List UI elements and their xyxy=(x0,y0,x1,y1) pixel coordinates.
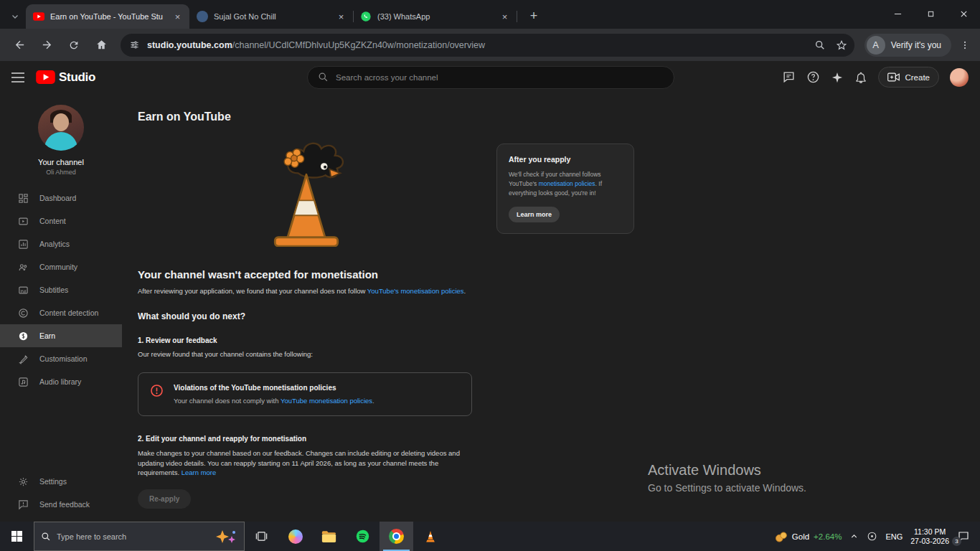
sidebar-item-community[interactable]: Community xyxy=(0,255,122,278)
action-center-button[interactable]: 3 xyxy=(957,530,973,543)
channel-box: Your channel Oli Ahmed xyxy=(0,105,122,176)
content-detection-icon xyxy=(18,308,29,319)
forward-button[interactable] xyxy=(35,34,58,57)
step2-title: 2. Edit your channel and reapply for mon… xyxy=(138,435,980,443)
tray-expand-chevron[interactable] xyxy=(849,532,859,541)
sidebar-item-analytics[interactable]: Analytics xyxy=(0,232,122,255)
after-reapply-card: After you reapply We'll check if your ch… xyxy=(496,143,634,234)
reapply-button[interactable]: Re-apply xyxy=(138,489,191,509)
card-body: We'll check if your channel follows YouT… xyxy=(509,170,622,198)
sidebar-item-earn[interactable]: Earn xyxy=(0,324,122,347)
back-button[interactable] xyxy=(8,34,31,57)
subtext-text: After reviewing your application, we fou… xyxy=(138,287,367,295)
file-explorer-button[interactable] xyxy=(312,522,346,551)
minimize-button[interactable] xyxy=(881,0,914,27)
sparkle-icon[interactable] xyxy=(831,71,844,84)
help-icon[interactable] xyxy=(806,70,820,84)
channel-avatar[interactable] xyxy=(38,105,84,151)
youtube-logo-icon xyxy=(36,70,55,84)
sidebar-item-label: Earn xyxy=(39,331,55,340)
create-button[interactable]: Create xyxy=(878,67,939,88)
sidebar-item-audio-library[interactable]: Audio library xyxy=(0,370,122,393)
address-bar[interactable]: studio.youtube.com/channel/UCdlCMfDhlvuU… xyxy=(121,34,854,57)
verify-profile-button[interactable]: A Verify it's you xyxy=(864,34,951,57)
chevron-down-icon xyxy=(11,12,19,21)
close-window-button[interactable] xyxy=(947,0,980,27)
violation-policies-link[interactable]: YouTube monetisation policies xyxy=(281,397,372,405)
sidebar-item-label: Community xyxy=(39,263,77,271)
chrome-button[interactable] xyxy=(380,522,413,551)
url-path: /channel/UCdlCMfDhlvuUp5KgZKZn40w/moneti… xyxy=(232,40,485,50)
home-button[interactable] xyxy=(90,34,113,57)
sidebar-item-content[interactable]: Content xyxy=(0,209,122,232)
sidebar-item-label: Content xyxy=(39,217,66,225)
sidebar-item-label: Analytics xyxy=(39,240,70,248)
studio-logo[interactable]: Studio xyxy=(36,70,95,85)
chrome-icon xyxy=(389,529,404,544)
clock-time: 11:30 PM xyxy=(910,527,949,537)
channel-search-bar[interactable] xyxy=(307,66,674,89)
tray-status-icon[interactable] xyxy=(867,531,877,542)
step1-body: Our review found that your channel conta… xyxy=(138,350,980,358)
sidebar-item-settings[interactable]: Settings xyxy=(0,470,122,493)
language-indicator[interactable]: ENG xyxy=(885,532,903,541)
copilot-button[interactable] xyxy=(278,522,312,551)
tab-whatsapp[interactable]: (33) WhatsApp × xyxy=(353,4,517,29)
youtube-monetisation-policies-link[interactable]: YouTube's monetisation policies xyxy=(367,287,464,295)
channel-label: Your channel xyxy=(0,158,122,166)
window-controls xyxy=(881,0,980,27)
taskbar-search[interactable] xyxy=(34,522,245,551)
tab-sujal[interactable]: Sujal Got No Chill × xyxy=(189,4,353,29)
tab-close-icon[interactable]: × xyxy=(335,11,347,23)
card-title: After you reapply xyxy=(509,155,622,164)
rejection-headline: Your channel wasn't accepted for monetis… xyxy=(138,268,980,281)
browser-menu-button[interactable] xyxy=(956,36,974,55)
clock[interactable]: 11:30 PM 27-03-2026 xyxy=(910,527,949,546)
channel-search-input[interactable] xyxy=(336,73,664,82)
back-icon xyxy=(14,39,26,51)
tab-earn-on-youtube[interactable]: Earn on YouTube - YouTube Stu × xyxy=(26,4,189,29)
step2-learn-more-link[interactable]: Learn more xyxy=(182,468,217,476)
sidebar-item-customisation[interactable]: Customisation xyxy=(0,347,122,370)
monetisation-policies-link[interactable]: monetisation policies xyxy=(539,180,595,187)
content-icon xyxy=(18,216,29,227)
feedback-chat-icon[interactable] xyxy=(782,70,796,84)
violation-body-text: Your channel does not comply with xyxy=(174,397,281,405)
task-view-button[interactable] xyxy=(245,522,278,551)
start-button[interactable] xyxy=(0,522,34,551)
file-explorer-icon xyxy=(321,530,336,543)
gold-change: +2.64% xyxy=(814,532,842,541)
sidebar-item-content-detection[interactable]: Content detection xyxy=(0,301,122,324)
community-icon xyxy=(18,262,29,273)
maximize-button[interactable] xyxy=(914,0,947,27)
analytics-icon xyxy=(18,239,29,250)
gold-price-widget[interactable]: Gold +2.64% xyxy=(775,531,842,542)
sidebar-item-send-feedback[interactable]: Send feedback xyxy=(0,493,122,516)
tab-close-icon[interactable]: × xyxy=(171,11,184,23)
tab-title: Sujal Got No Chill xyxy=(214,12,329,21)
site-settings-icon[interactable] xyxy=(129,39,140,50)
bookmark-star-icon[interactable] xyxy=(836,39,847,51)
camcorder-icon xyxy=(887,72,900,82)
sidebar-item-subtitles[interactable]: Subtitles xyxy=(0,278,122,301)
sidebar-item-label: Dashboard xyxy=(39,194,76,202)
spotify-button[interactable] xyxy=(346,522,380,551)
studio-sidebar: Your channel Oli Ahmed Dashboard Content… xyxy=(0,93,122,522)
sidebar-item-label: Send feedback xyxy=(39,500,90,509)
account-avatar[interactable] xyxy=(950,68,969,87)
hamburger-menu-icon[interactable] xyxy=(11,72,24,83)
tab-close-icon[interactable]: × xyxy=(499,11,511,23)
zoom-search-icon[interactable] xyxy=(814,39,826,51)
violation-card: Violations of the YouTube monetisation p… xyxy=(138,372,472,416)
sidebar-item-dashboard[interactable]: Dashboard xyxy=(0,187,122,209)
reload-button[interactable] xyxy=(62,34,85,57)
new-tab-button[interactable]: + xyxy=(524,6,544,26)
notifications-bell-icon[interactable] xyxy=(854,71,867,84)
learn-more-button[interactable]: Learn more xyxy=(509,207,560,222)
activate-windows-watermark: Activate Windows Go to Settings to activ… xyxy=(648,462,806,494)
vlc-button[interactable] xyxy=(413,522,447,551)
taskbar-search-input[interactable] xyxy=(57,532,207,541)
url-text[interactable]: studio.youtube.com/channel/UCdlCMfDhlvuU… xyxy=(147,40,814,50)
tab-search-button[interactable] xyxy=(4,4,26,29)
windows-logo-icon xyxy=(11,531,23,542)
